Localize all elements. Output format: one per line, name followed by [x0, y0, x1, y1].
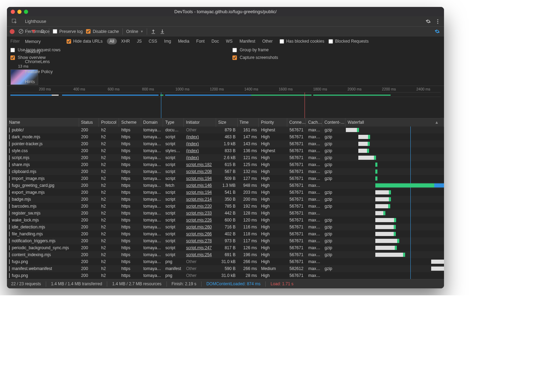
network-row[interactable]: manifest.webmanifest200h2httpstomayac…ma…	[7, 265, 444, 272]
network-row[interactable]: badge.mjs200h2httpstomayac…scriptscript.…	[7, 196, 444, 203]
svg-point-2	[437, 21, 438, 22]
col-connection[interactable]: Conne…	[287, 118, 306, 127]
col-scheme[interactable]: Scheme	[119, 118, 141, 127]
timeline-tick: 1000 ms	[176, 87, 189, 91]
type-filter-doc[interactable]: Doc	[209, 38, 222, 44]
waterfall-cell	[346, 203, 444, 210]
type-filter-font[interactable]: Font	[194, 38, 207, 44]
devtools-window: DevTools - tomayac.github.io/fugu-greeti…	[7, 7, 444, 288]
col-time[interactable]: Time	[238, 118, 259, 127]
col-priority[interactable]: Priority	[259, 118, 287, 127]
tab-hints[interactable]: Hints	[21, 77, 57, 87]
type-filter-media[interactable]: Media	[175, 38, 192, 44]
settings-icon[interactable]	[424, 16, 432, 26]
network-row[interactable]: wake_lock.mjs200h2httpstomayac…scriptscr…	[7, 217, 444, 224]
capture-screenshots-checkbox[interactable]: Capture screenshots	[232, 55, 441, 60]
network-row[interactable]: barcodes.mjs200h2httpstomayac…scriptscri…	[7, 203, 444, 210]
type-filter-ws[interactable]: WS	[223, 38, 235, 44]
network-row[interactable]: idle_detection.mjs200h2httpstomayac…scri…	[7, 224, 444, 230]
titlebar: DevTools - tomayac.github.io/fugu-greeti…	[7, 7, 444, 16]
col-type[interactable]: Type	[163, 118, 184, 127]
waterfall-cell	[346, 210, 444, 217]
tab-performance[interactable]: Performance	[21, 26, 57, 36]
network-row[interactable]: export_image.mjs200h2httpstomayac…script…	[7, 189, 444, 196]
type-filter-img[interactable]: Img	[161, 38, 174, 44]
cell-name: file_handling.mjs	[7, 232, 79, 236]
col-size[interactable]: Size	[216, 118, 238, 127]
cell-name: import_image.mjs	[7, 176, 79, 181]
screenshot-timestamp: 13 ms	[18, 64, 441, 68]
type-filter-js[interactable]: JS	[134, 38, 144, 44]
network-row[interactable]: dark_mode.mjs200h2httpstomayac…script(in…	[7, 133, 444, 140]
network-row[interactable]: register_sw.mjs200h2httpstomayac…scripts…	[7, 210, 444, 217]
col-protocol[interactable]: Protocol	[99, 118, 119, 127]
timeline-tick: 1400 ms	[244, 87, 258, 91]
search-icon[interactable]	[40, 29, 45, 34]
tab-lighthouse[interactable]: Lighthouse	[21, 16, 57, 26]
use-large-rows-checkbox[interactable]: Use large request rows	[10, 47, 219, 52]
col-initiator[interactable]: Initiator	[184, 118, 216, 127]
hide-data-urls-checkbox[interactable]: Hide data URLs	[67, 39, 103, 44]
type-filter-other[interactable]: Other	[259, 38, 275, 44]
waterfall-cell	[346, 182, 444, 189]
col-waterfall[interactable]: Waterfall▲	[345, 118, 444, 127]
cell-name: share.mjs	[7, 162, 79, 167]
waterfall-cell	[346, 224, 444, 230]
record-icon[interactable]	[10, 29, 15, 34]
waterfall-cell	[346, 251, 444, 258]
overview-timeline[interactable]: 200 ms400 ms600 ms800 ms1000 ms1200 ms14…	[7, 86, 444, 118]
type-filter-css[interactable]: CSS	[146, 38, 160, 44]
network-row[interactable]: fugu.png200h2httpstomayac…pngOther31.0 k…	[7, 258, 444, 265]
panel-settings-icon[interactable]	[433, 26, 441, 36]
svg-point-6	[41, 30, 44, 33]
filter-input[interactable]	[10, 39, 62, 44]
col-name[interactable]: Name	[7, 118, 79, 127]
filter-icon[interactable]	[31, 29, 36, 34]
screenshot-strip: 13 ms	[7, 63, 444, 86]
upload-har-icon[interactable]	[151, 29, 156, 34]
col-content-encoding[interactable]: Content-…	[322, 118, 345, 127]
network-row[interactable]: pointer-tracker.js200h2httpstomayac…scri…	[7, 140, 444, 147]
group-by-frame-checkbox[interactable]: Group by frame	[232, 47, 441, 52]
network-row[interactable]: public/200h2httpstomayac…documentOther87…	[7, 127, 444, 133]
col-domain[interactable]: Domain	[141, 118, 163, 127]
more-icon[interactable]	[434, 16, 442, 26]
type-filter-all[interactable]: All	[107, 38, 117, 44]
file-icon	[9, 155, 10, 160]
show-overview-checkbox[interactable]: Show overview	[10, 55, 219, 60]
timeline-tick: 1800 ms	[313, 87, 327, 91]
network-row[interactable]: share.mjs200h2httpstomayac…scriptscript.…	[7, 161, 444, 168]
cell-name: script.mjs	[7, 155, 79, 160]
network-row[interactable]: style.css200h2httpstomayac…stylesheet(in…	[7, 147, 444, 154]
network-row[interactable]: clipboard.mjs200h2httpstomayac…scriptscr…	[7, 168, 444, 175]
network-row[interactable]: import_image.mjs200h2httpstomayac…script…	[7, 175, 444, 182]
throttling-select[interactable]: Online▼	[126, 29, 144, 34]
inspect-element-icon[interactable]	[11, 18, 17, 25]
timeline-tick: 600 ms	[108, 87, 119, 91]
disable-cache-checkbox[interactable]: Disable cache	[86, 29, 119, 34]
network-row[interactable]: notification_triggers.mjs200h2httpstomay…	[7, 237, 444, 244]
blocked-requests-checkbox[interactable]: Blocked Requests	[328, 39, 369, 44]
network-row[interactable]: fugu.png200h2httpstomayac…pngOther31.0 k…	[7, 272, 444, 279]
file-icon	[9, 134, 10, 139]
network-row[interactable]: periodic_background_sync.mjs200h2httpsto…	[7, 244, 444, 251]
waterfall-cell	[346, 140, 444, 147]
col-status[interactable]: Status	[79, 118, 99, 127]
clear-icon[interactable]	[18, 29, 24, 34]
network-row[interactable]: fugu_greeting_card.jpg200h2httpstomayac……	[7, 182, 444, 189]
cell-name: clipboard.mjs	[7, 169, 79, 174]
type-filter-manifest[interactable]: Manifest	[237, 38, 258, 44]
file-icon	[9, 128, 10, 132]
type-filter-xhr[interactable]: XHR	[118, 38, 133, 44]
status-resources: 1.4 MB / 2.7 MB resources	[112, 281, 161, 286]
network-row[interactable]: file_handling.mjs200h2httpstomayac…scrip…	[7, 230, 444, 237]
waterfall-cell	[346, 230, 444, 237]
svg-line-7	[43, 32, 45, 34]
network-row[interactable]: script.mjs200h2httpstomayac…script(index…	[7, 154, 444, 161]
has-blocked-cookies-checkbox[interactable]: Has blocked cookies	[280, 39, 324, 44]
preserve-log-checkbox[interactable]: Preserve log	[53, 29, 83, 34]
download-har-icon[interactable]	[160, 29, 165, 34]
svg-rect-8	[152, 33, 155, 34]
col-cache[interactable]: Cach…	[306, 118, 322, 127]
network-row[interactable]: content_indexing.mjs200h2httpstomayac…sc…	[7, 251, 444, 258]
